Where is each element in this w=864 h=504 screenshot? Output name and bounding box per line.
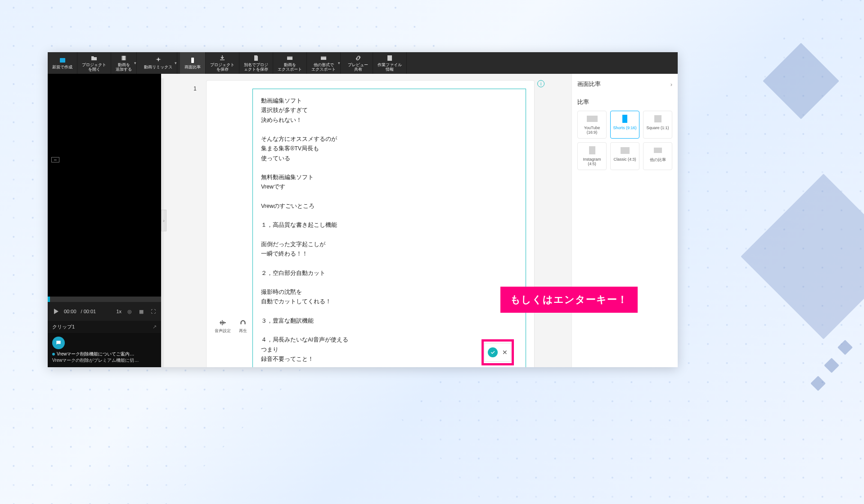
play-icon — [239, 318, 247, 326]
toolbar-addvid[interactable]: 動画を 追加する — [111, 52, 137, 74]
ratio-shape-icon — [587, 115, 598, 123]
remix-icon — [155, 57, 162, 64]
addvid-icon — [120, 54, 127, 62]
collapse-left-icon[interactable]: › — [161, 210, 166, 231]
info-icon — [386, 54, 393, 62]
ratio-icon — [189, 57, 196, 64]
svg-rect-3 — [125, 56, 126, 60]
toolbar-saveas[interactable]: 別名でプロジ ェクトを保存 — [239, 52, 273, 74]
progress-track[interactable] — [48, 297, 161, 302]
confirm-button[interactable] — [488, 347, 498, 357]
voice-icon — [219, 318, 227, 326]
ratio-shape-icon — [622, 115, 627, 123]
script-textarea[interactable]: 動画編集ソフト 選択肢が多すぎて 決められない！ そんな方にオススメするのが 集… — [252, 89, 526, 367]
toolbar-info[interactable]: 作業ファイル 情報 — [373, 52, 407, 74]
expand-icon[interactable]: ↗ — [153, 324, 157, 330]
svg-rect-2 — [122, 56, 122, 60]
toolbar-exportfmt[interactable]: 他の形式で エクスポート — [307, 52, 341, 74]
svg-rect-0 — [60, 58, 65, 63]
svg-rect-4 — [191, 58, 194, 63]
play-icon[interactable] — [52, 308, 59, 315]
svg-rect-8 — [321, 56, 326, 57]
left-panel: cc 00:00 / 00:01 1x ◎ ▦ ⛶ クリップ1 — [48, 74, 161, 367]
app-window: 新規で作成プロジェクト を開く動画を 追加する▾動画リミックス▾画面比率プロジェ… — [48, 52, 678, 367]
ratio-sq[interactable]: Square (1:1) — [643, 111, 672, 139]
ratio-shape-icon — [621, 146, 630, 154]
video-preview[interactable]: cc — [48, 74, 161, 297]
cancel-button[interactable]: ✕ — [502, 349, 508, 356]
chevron-down-icon[interactable]: ▾ — [175, 61, 178, 65]
notif-title: Vrewマーク削除機能についてご案内… — [57, 351, 134, 356]
ratio-shape-icon — [589, 146, 595, 154]
time-current: 00:00 — [64, 309, 76, 314]
player-controls: 00:00 / 00:01 1x ◎ ▦ ⛶ — [48, 297, 161, 321]
toolbar-remix[interactable]: 動画リミックス — [140, 52, 177, 74]
clip-section[interactable]: クリップ1 ↗ — [48, 321, 161, 333]
clip-number: 1 — [194, 86, 197, 92]
chevron-right-icon[interactable]: › — [670, 81, 672, 88]
save-icon — [219, 54, 226, 62]
clip-label: クリップ1 — [52, 324, 75, 330]
ratio-shape-icon — [654, 146, 662, 154]
notification[interactable]: Vrewマーク削除機能についてご案内… Vrewマークの削除がプレミアム機能に切… — [48, 333, 161, 367]
saveas-icon — [252, 54, 260, 62]
chat-icon[interactable] — [52, 337, 65, 349]
ratio-other[interactable]: 他の比率 — [643, 142, 672, 170]
ratio-cl[interactable]: Classic (4:3) — [610, 142, 639, 170]
side-tools: 音声設定再生 — [215, 318, 247, 334]
toolbar-new[interactable]: 新規で作成 — [48, 52, 77, 74]
caption-icon[interactable]: cc — [51, 157, 59, 162]
speed-label[interactable]: 1x — [116, 309, 122, 314]
editor-area: › 1 動画編集ソフト 選択肢が多すぎて 決められない！ そんな方にオススメする… — [161, 74, 572, 367]
ratio-shorts[interactable]: Shorts (9:16) — [610, 111, 639, 139]
chevron-down-icon[interactable]: ▾ — [134, 61, 138, 65]
ratio-ig[interactable]: Instagram (4:5) — [577, 142, 607, 170]
time-duration: / 00:01 — [81, 309, 96, 314]
sidebar-section: 比率 — [577, 98, 672, 106]
svg-rect-6 — [287, 56, 292, 57]
ratio-shape-icon — [654, 115, 662, 123]
toolbar: 新規で作成プロジェクト を開く動画を 追加する▾動画リミックス▾画面比率プロジェ… — [48, 52, 678, 74]
fullscreen-icon[interactable]: ⛶ — [149, 308, 157, 315]
grid-icon[interactable]: ▦ — [138, 308, 145, 315]
annotation-callout: もしくはエンターキー！ — [500, 287, 638, 313]
toolbar-save[interactable]: プロジェクト を保存 — [206, 52, 239, 74]
app-body: cc 00:00 / 00:01 1x ◎ ▦ ⛶ クリップ1 — [48, 74, 678, 367]
ratio-yt[interactable]: YouTube (16:9) — [577, 111, 607, 139]
toolbar-open[interactable]: プロジェクト を開く — [77, 52, 111, 74]
toolbar-ratio[interactable]: 画面比率 — [180, 52, 206, 74]
confirm-box: ✕ — [484, 343, 511, 362]
export-icon — [286, 54, 293, 62]
sidebar-title: 画面比率 — [577, 80, 601, 88]
exportfmt-icon — [320, 54, 327, 62]
toolbar-export[interactable]: 動画を エクスポート — [273, 52, 307, 74]
chevron-down-icon[interactable]: ▾ — [338, 61, 342, 65]
share-icon — [355, 54, 362, 62]
marker-icon[interactable]: ◎ — [126, 308, 133, 315]
notif-body: Vrewマークの削除がプレミアム機能に切… — [52, 357, 157, 364]
info-icon[interactable]: i — [537, 80, 544, 87]
new-icon — [59, 57, 66, 64]
svg-rect-9 — [387, 55, 392, 61]
tool-play[interactable]: 再生 — [239, 318, 247, 334]
right-sidebar: 画面比率 › 比率 YouTube (16:9)Shorts (9:16)Squ… — [572, 74, 678, 367]
toolbar-share[interactable]: プレビュー 共有 — [343, 52, 373, 74]
tool-voice[interactable]: 音声設定 — [215, 318, 231, 334]
script-card: 動画編集ソフト 選択肢が多すぎて 決められない！ そんな方にオススメするのが 集… — [206, 80, 535, 367]
ratio-grid: YouTube (16:9)Shorts (9:16)Square (1:1)I… — [577, 111, 672, 170]
open-icon — [90, 54, 98, 62]
